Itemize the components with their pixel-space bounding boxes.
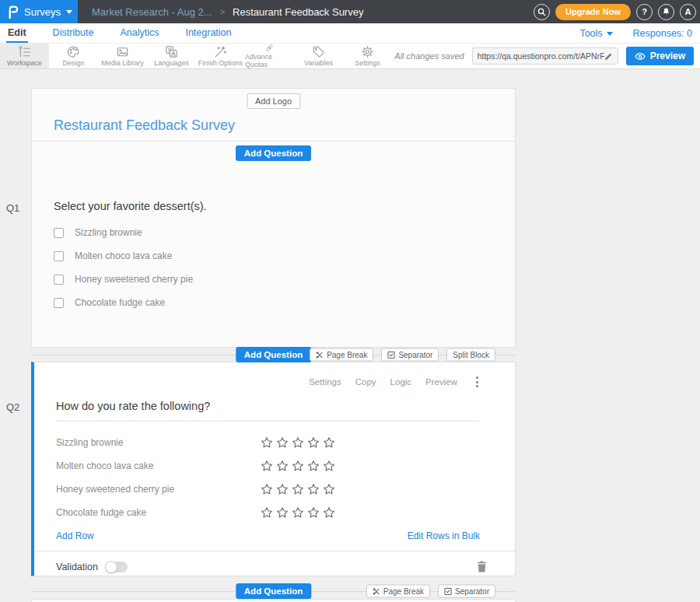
rating-row-label[interactable]: Sizzling brownie	[56, 437, 261, 448]
q1-question-text[interactable]: Select your favorite dessert(s).	[54, 200, 515, 212]
toolbar-item-finish-options[interactable]: Finish Options	[196, 44, 245, 68]
survey-header: Add Logo Restaurant Feedback Survey	[32, 89, 515, 142]
upgrade-now-button[interactable]: Upgrade Now	[555, 4, 631, 20]
edit-toolbar: Workspace Design Media Library Languages…	[0, 44, 700, 69]
toolbar-item-design[interactable]: Design	[49, 44, 98, 68]
q2-preview-link[interactable]: Preview	[425, 377, 457, 387]
survey-url-box	[472, 47, 618, 65]
q1-option[interactable]: Chocolate fudge cake	[54, 297, 515, 308]
tab-distribute[interactable]: Distribute	[51, 23, 96, 43]
toolbar-item-settings[interactable]: Settings	[343, 44, 392, 68]
add-row-link[interactable]: Add Row	[56, 530, 94, 541]
tools-label: Tools	[579, 28, 602, 39]
product-switcher[interactable]: Surveys	[0, 0, 78, 23]
q1-option[interactable]: Honey sweetened cherry pie	[54, 274, 515, 285]
q2-copy-link[interactable]: Copy	[355, 377, 376, 387]
toolbar-item-media-library[interactable]: Media Library	[98, 44, 147, 68]
rating-row: Molten choco lava cake	[56, 454, 480, 478]
rating-row: Honey sweetened cherry pie	[56, 478, 480, 501]
split-block-button[interactable]: Split Block	[446, 348, 495, 362]
survey-block-1-body: Add Question Select your favorite desser…	[32, 142, 515, 308]
avatar[interactable]: A	[680, 4, 696, 20]
star-rating[interactable]	[261, 483, 335, 495]
page-break-label: Page Break	[327, 351, 367, 359]
survey-block-1: Add Logo Restaurant Feedback Survey Add …	[31, 88, 516, 348]
rating-row-label[interactable]: Honey sweetened cherry pie	[56, 484, 261, 495]
breadcrumb: Market Research - Aug 2... > Restaurant …	[78, 0, 534, 23]
q1-option[interactable]: Sizzling brownie	[54, 227, 515, 238]
toolbar-item-languages[interactable]: Languages	[147, 44, 196, 68]
toolbar-item-variables[interactable]: Variables	[294, 44, 343, 68]
next-block-edge	[31, 599, 516, 602]
page-break-icon	[316, 351, 324, 359]
survey-title[interactable]: Restaurant Feedback Survey	[54, 117, 235, 134]
page-break-label: Page Break	[383, 587, 424, 596]
preview-label: Preview	[650, 51, 685, 61]
q2-logic-link[interactable]: Logic	[390, 377, 412, 387]
checkbox[interactable]	[54, 251, 64, 261]
breadcrumb-folder[interactable]: Market Research - Aug 2...	[92, 6, 212, 18]
checkbox-check-icon	[444, 587, 452, 595]
star-rating[interactable]	[261, 506, 335, 519]
kebab-menu-icon[interactable]	[474, 375, 480, 389]
palette-icon	[67, 45, 80, 58]
checkbox[interactable]	[54, 228, 64, 238]
breadcrumb-separator: >	[220, 7, 225, 16]
page-break-button[interactable]: Page Break	[310, 348, 373, 362]
toolbar-item-workspace[interactable]: Workspace	[0, 44, 49, 68]
q2-question-text[interactable]: How do you rate the following?	[56, 400, 480, 422]
search-button[interactable]	[534, 4, 550, 20]
add-logo-button[interactable]: Add Logo	[247, 93, 300, 109]
search-icon	[537, 8, 546, 16]
tab-edit[interactable]: Edit	[6, 23, 28, 43]
q1-options: Sizzling brownie Molten choco lava cake …	[54, 227, 515, 308]
preview-button[interactable]: Preview	[626, 47, 694, 65]
validation-control: Validation	[56, 562, 128, 572]
notifications-button[interactable]	[658, 4, 674, 20]
edit-rows-in-bulk-link[interactable]: Edit Rows in Bulk	[408, 530, 480, 541]
survey-canvas: Q1 Q2 Add Logo Restaurant Feedback Surve…	[31, 88, 516, 602]
survey-block-2[interactable]: Settings Copy Logic Preview How do you r…	[31, 362, 516, 576]
add-question-button[interactable]: Add Question	[236, 583, 311, 599]
trash-icon[interactable]	[477, 561, 487, 572]
rating-row-label[interactable]: Molten choco lava cake	[56, 460, 261, 471]
q2-settings-link[interactable]: Settings	[309, 377, 341, 387]
block-tools: Page Break Separator Split Block	[310, 348, 495, 362]
responses-count[interactable]: Responses: 0	[633, 28, 692, 39]
option-label: Molten choco lava cake	[75, 250, 172, 261]
add-question-button[interactable]: Add Question	[236, 145, 311, 161]
edit-pencil-icon[interactable]	[604, 52, 613, 61]
checkbox[interactable]	[54, 298, 64, 308]
checkbox[interactable]	[54, 275, 64, 285]
eye-icon	[635, 52, 646, 61]
rating-row-label[interactable]: Chocolate fudge cake	[56, 507, 261, 518]
option-label: Honey sweetened cherry pie	[75, 274, 193, 285]
q1-option[interactable]: Molten choco lava cake	[54, 250, 515, 261]
validation-toggle[interactable]	[106, 562, 128, 572]
separator-button[interactable]: Separator	[438, 585, 495, 598]
autosave-status: All changes saved	[394, 51, 464, 61]
checkbox-check-icon	[387, 351, 395, 359]
survey-url-input[interactable]	[478, 51, 604, 61]
toolbar-item-advance-quotas[interactable]: Advance Quotas	[245, 44, 294, 68]
toolbar-item-label: Design	[62, 59, 84, 67]
validation-label: Validation	[56, 562, 98, 572]
page-break-button[interactable]: Page Break	[366, 585, 430, 598]
tab-analytics[interactable]: Analytics	[118, 23, 160, 43]
rating-row: Sizzling brownie	[56, 431, 480, 454]
separator-button[interactable]: Separator	[381, 348, 439, 362]
tools-menu[interactable]: Tools	[579, 28, 612, 39]
star-rating[interactable]	[261, 460, 335, 472]
page-break-icon	[373, 587, 380, 595]
separator-label: Separator	[455, 587, 489, 596]
breadcrumb-survey-name[interactable]: Restaurant Feedback Survey	[233, 6, 363, 18]
add-question-button[interactable]: Add Question	[236, 347, 311, 362]
star-rating[interactable]	[261, 436, 335, 449]
section-nav: Edit Distribute Analytics Integration To…	[0, 23, 700, 44]
help-button[interactable]: ?	[636, 4, 653, 20]
option-label: Chocolate fudge cake	[75, 297, 165, 308]
toolbar-item-label: Advance Quotas	[245, 53, 294, 68]
tab-integration[interactable]: Integration	[184, 23, 233, 43]
toolbar-item-label: Languages	[154, 59, 189, 67]
toolbar-item-label: Variables	[304, 59, 333, 67]
